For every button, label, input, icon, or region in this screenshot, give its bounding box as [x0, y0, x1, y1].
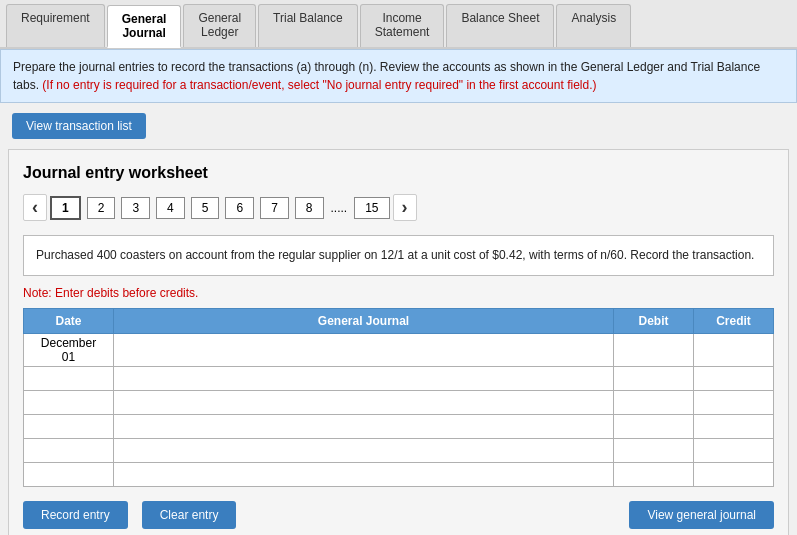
- tab-bar: Requirement GeneralJournal GeneralLedger…: [0, 0, 797, 49]
- tab-balance-sheet[interactable]: Balance Sheet: [446, 4, 554, 47]
- debit-credit-note: Note: Enter debits before credits.: [23, 286, 774, 300]
- journal-input-4[interactable]: [114, 415, 613, 438]
- journal-cell-1[interactable]: [114, 334, 614, 367]
- journal-input-6[interactable]: [114, 463, 613, 486]
- journal-cell-5[interactable]: [114, 439, 614, 463]
- tab-analysis[interactable]: Analysis: [556, 4, 631, 47]
- tab-general-journal[interactable]: GeneralJournal: [107, 5, 182, 48]
- table-row: [24, 391, 774, 415]
- journal-cell-3[interactable]: [114, 391, 614, 415]
- credit-input-2[interactable]: [694, 367, 773, 390]
- page-ellipsis: .....: [327, 201, 352, 215]
- debit-cell-6[interactable]: [614, 463, 694, 487]
- view-general-journal-button[interactable]: View general journal: [629, 501, 774, 529]
- credit-input-1[interactable]: [694, 334, 773, 366]
- credit-cell-4[interactable]: [694, 415, 774, 439]
- tab-general-ledger[interactable]: GeneralLedger: [183, 4, 256, 47]
- bottom-buttons: Record entry Clear entry View general jo…: [23, 501, 774, 529]
- date-cell-1: December01: [24, 334, 114, 367]
- record-entry-button[interactable]: Record entry: [23, 501, 128, 529]
- table-row: December01: [24, 334, 774, 367]
- date-cell-4: [24, 415, 114, 439]
- journal-input-3[interactable]: [114, 391, 613, 414]
- debit-cell-1[interactable]: [614, 334, 694, 367]
- table-row: [24, 439, 774, 463]
- debit-cell-2[interactable]: [614, 367, 694, 391]
- journal-input-5[interactable]: [114, 439, 613, 462]
- main-area: Journal entry worksheet ‹ 1 2 3 4 5 6 7 …: [8, 149, 789, 535]
- credit-input-4[interactable]: [694, 415, 773, 438]
- date-cell-6: [24, 463, 114, 487]
- page-3[interactable]: 3: [121, 197, 150, 219]
- debit-input-4[interactable]: [614, 415, 693, 438]
- pagination: ‹ 1 2 3 4 5 6 7 8 ..... 15 ›: [23, 194, 774, 221]
- debit-input-3[interactable]: [614, 391, 693, 414]
- journal-input-2[interactable]: [114, 367, 613, 390]
- col-header-credit: Credit: [694, 309, 774, 334]
- credit-cell-1[interactable]: [694, 334, 774, 367]
- page-1[interactable]: 1: [50, 196, 81, 220]
- col-header-date: Date: [24, 309, 114, 334]
- credit-cell-3[interactable]: [694, 391, 774, 415]
- journal-cell-4[interactable]: [114, 415, 614, 439]
- debit-input-5[interactable]: [614, 439, 693, 462]
- worksheet-title: Journal entry worksheet: [23, 164, 774, 182]
- tab-income-statement[interactable]: IncomeStatement: [360, 4, 445, 47]
- credit-cell-2[interactable]: [694, 367, 774, 391]
- credit-input-3[interactable]: [694, 391, 773, 414]
- date-cell-2: [24, 367, 114, 391]
- credit-cell-6[interactable]: [694, 463, 774, 487]
- debit-cell-5[interactable]: [614, 439, 694, 463]
- table-row: [24, 415, 774, 439]
- clear-entry-button[interactable]: Clear entry: [142, 501, 237, 529]
- debit-input-1[interactable]: [614, 334, 693, 366]
- info-text-2: (If no entry is required for a transacti…: [42, 78, 596, 92]
- page-15[interactable]: 15: [354, 197, 389, 219]
- page-2[interactable]: 2: [87, 197, 116, 219]
- info-box: Prepare the journal entries to record th…: [0, 49, 797, 103]
- journal-cell-6[interactable]: [114, 463, 614, 487]
- journal-input-1[interactable]: [114, 334, 613, 366]
- page-8[interactable]: 8: [295, 197, 324, 219]
- credit-input-5[interactable]: [694, 439, 773, 462]
- debit-cell-4[interactable]: [614, 415, 694, 439]
- col-header-journal: General Journal: [114, 309, 614, 334]
- col-header-debit: Debit: [614, 309, 694, 334]
- transaction-description: Purchased 400 coasters on account from t…: [23, 235, 774, 276]
- tab-trial-balance[interactable]: Trial Balance: [258, 4, 358, 47]
- date-cell-5: [24, 439, 114, 463]
- debit-input-6[interactable]: [614, 463, 693, 486]
- page-5[interactable]: 5: [191, 197, 220, 219]
- view-transaction-button[interactable]: View transaction list: [12, 113, 146, 139]
- page-7[interactable]: 7: [260, 197, 289, 219]
- prev-page-button[interactable]: ‹: [23, 194, 47, 221]
- table-row: [24, 367, 774, 391]
- date-cell-3: [24, 391, 114, 415]
- debit-cell-3[interactable]: [614, 391, 694, 415]
- debit-input-2[interactable]: [614, 367, 693, 390]
- journal-table: Date General Journal Debit Credit Decemb…: [23, 308, 774, 487]
- next-page-button[interactable]: ›: [393, 194, 417, 221]
- credit-input-6[interactable]: [694, 463, 773, 486]
- page-4[interactable]: 4: [156, 197, 185, 219]
- table-row: [24, 463, 774, 487]
- page-6[interactable]: 6: [225, 197, 254, 219]
- tab-requirement[interactable]: Requirement: [6, 4, 105, 47]
- journal-cell-2[interactable]: [114, 367, 614, 391]
- credit-cell-5[interactable]: [694, 439, 774, 463]
